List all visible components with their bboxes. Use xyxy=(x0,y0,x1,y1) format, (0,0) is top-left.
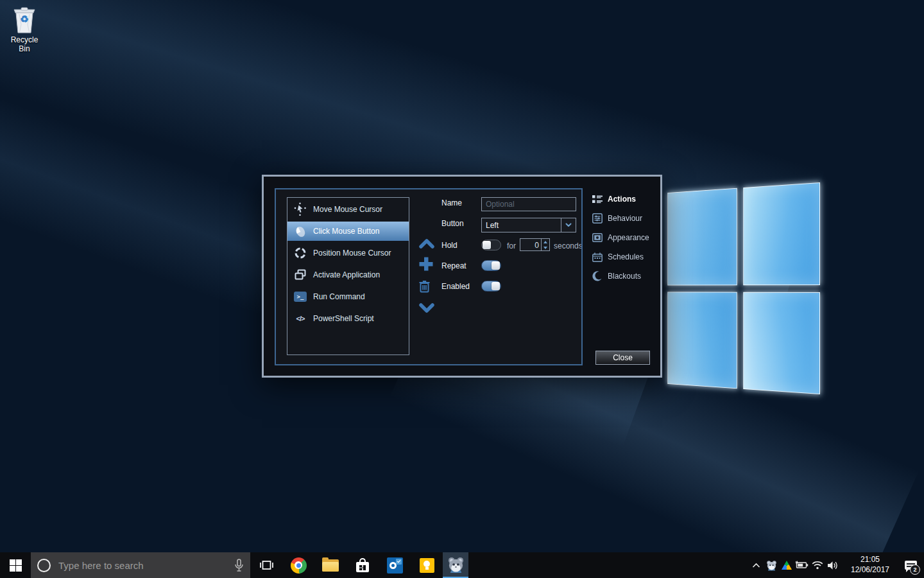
enabled-label: Enabled xyxy=(441,282,470,291)
start-button[interactable] xyxy=(0,552,31,578)
logo-pane xyxy=(667,188,737,285)
tray-google-drive-icon[interactable] xyxy=(779,561,794,570)
logo-pane xyxy=(743,292,820,394)
taskbar-file-explorer[interactable] xyxy=(314,552,346,578)
repeat-toggle[interactable] xyxy=(481,260,501,271)
chrome-icon xyxy=(291,557,307,574)
clock-date: 12/06/2017 xyxy=(846,565,894,575)
sidebar-label: Schedules xyxy=(608,252,644,261)
taskbar-move-mouse-active[interactable] xyxy=(443,552,468,578)
for-label: for xyxy=(507,241,516,250)
windows-logo-icon xyxy=(10,559,22,572)
tray-chevron-up-icon[interactable] xyxy=(748,563,764,568)
taskbar-chrome[interactable] xyxy=(282,552,314,578)
task-view-icon xyxy=(259,559,274,571)
moon-icon xyxy=(592,271,603,282)
file-explorer-icon xyxy=(322,559,339,572)
button-select-value: Left xyxy=(482,221,561,230)
system-tray: 21:05 12/06/2017 2 xyxy=(748,552,924,578)
chevron-down-icon[interactable] xyxy=(561,218,576,232)
name-label: Name xyxy=(441,198,462,207)
keep-icon xyxy=(420,558,434,573)
logo-pane xyxy=(743,182,820,285)
action-center-button[interactable]: 2 xyxy=(897,552,924,578)
close-button[interactable]: Close xyxy=(595,351,650,365)
store-icon xyxy=(355,558,370,572)
taskbar-keep[interactable] xyxy=(411,552,443,578)
seconds-label: seconds xyxy=(554,241,583,250)
sidebar-label: Appearance xyxy=(608,233,649,242)
task-view-button[interactable] xyxy=(250,552,282,578)
search-input[interactable] xyxy=(57,559,228,572)
hold-label: Hold xyxy=(441,241,458,250)
tray-volume-icon[interactable] xyxy=(825,561,841,570)
recycle-symbol: ♻ xyxy=(12,13,37,25)
sidebar-item-appearance[interactable]: Appearance xyxy=(592,232,649,243)
move-down-button[interactable] xyxy=(418,302,435,316)
recycle-bin-label: Recycle Bin xyxy=(5,35,44,53)
code-glyph: </> xyxy=(296,315,305,322)
repeat-label: Repeat xyxy=(441,261,466,270)
picture-icon xyxy=(592,232,603,243)
sidebar-label: Actions xyxy=(608,195,636,204)
button-label: Button xyxy=(441,219,464,228)
taskbar-search-box[interactable] xyxy=(31,552,250,578)
tray-battery-icon[interactable] xyxy=(794,561,810,570)
notification-badge: 2 xyxy=(910,565,920,575)
code-icon: </> xyxy=(293,311,307,326)
recycle-bin-desktop-icon[interactable]: ♻ Recycle Bin xyxy=(5,5,44,53)
sidebar-item-blackouts[interactable]: Blackouts xyxy=(592,270,641,282)
sidebar-label: Behaviour xyxy=(608,214,642,223)
sliders-icon xyxy=(592,213,603,224)
close-button-label: Close xyxy=(613,353,633,362)
outlook-icon xyxy=(387,557,403,574)
cortana-icon xyxy=(37,559,51,572)
logo-pane xyxy=(667,292,737,389)
sidebar-item-actions[interactable]: Actions xyxy=(592,193,636,205)
list-icon xyxy=(592,194,603,205)
microphone-icon[interactable] xyxy=(234,559,244,572)
spinner-down-icon[interactable] xyxy=(542,245,549,250)
move-mouse-app-window: Move Mouse Cursor Click Mouse Button xyxy=(262,175,662,378)
hold-seconds-value: 0 xyxy=(520,239,541,250)
calendar-icon xyxy=(592,252,603,263)
nav-item-powershell-script[interactable]: </> PowerShell Script xyxy=(287,309,409,328)
windows-logo-wallpaper xyxy=(667,182,820,394)
nav-label: PowerShell Script xyxy=(313,314,374,323)
action-editor-panel: Move Mouse Cursor Click Mouse Button xyxy=(275,188,583,365)
clock-time: 21:05 xyxy=(846,555,894,565)
sidebar-item-behaviour[interactable]: Behaviour xyxy=(592,213,642,224)
sidebar-item-schedules[interactable]: Schedules xyxy=(592,251,644,263)
spinner-up-icon[interactable] xyxy=(542,239,549,245)
button-select[interactable]: Left xyxy=(481,218,576,232)
taskbar: 21:05 12/06/2017 2 xyxy=(0,552,924,578)
sidebar-label: Blackouts xyxy=(608,272,641,281)
tray-move-mouse-icon[interactable] xyxy=(764,560,779,571)
tray-wifi-icon[interactable] xyxy=(810,561,825,570)
hold-seconds-spinner[interactable]: 0 xyxy=(520,238,550,251)
taskbar-clock[interactable]: 21:05 12/06/2017 xyxy=(846,555,894,575)
name-input[interactable] xyxy=(481,197,576,211)
taskbar-outlook[interactable] xyxy=(379,552,411,578)
enabled-toggle[interactable] xyxy=(481,281,501,292)
move-mouse-app-icon xyxy=(447,556,465,574)
hold-toggle[interactable] xyxy=(481,240,501,250)
taskbar-store[interactable] xyxy=(346,552,379,578)
